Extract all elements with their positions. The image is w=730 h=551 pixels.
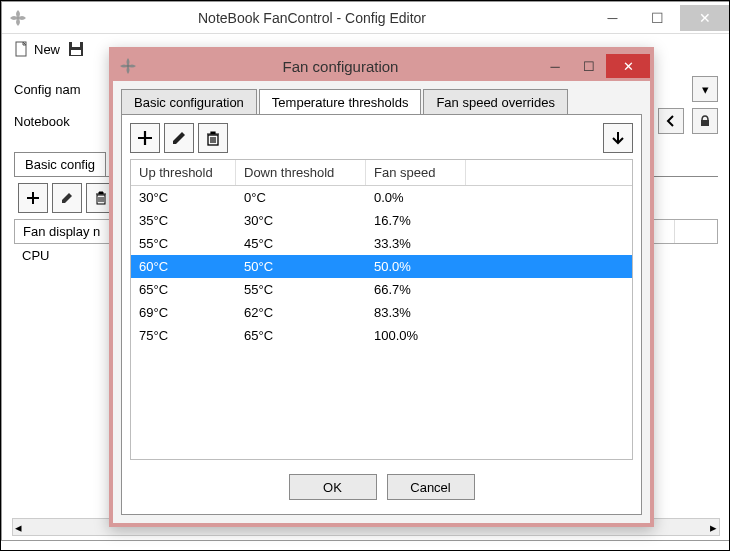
dialog-close-button[interactable]: ✕ bbox=[606, 54, 650, 78]
cell-up: 35°C bbox=[131, 209, 236, 232]
svg-rect-3 bbox=[72, 42, 80, 47]
cell-speed: 50.0% bbox=[366, 255, 466, 278]
cell-speed: 0.0% bbox=[366, 186, 466, 209]
cell-down: 0°C bbox=[236, 186, 366, 209]
cell-up: 30°C bbox=[131, 186, 236, 209]
pencil-icon bbox=[170, 129, 188, 147]
cell-speed: 100.0% bbox=[366, 324, 466, 347]
thresholds-table: Up threshold Down threshold Fan speed 30… bbox=[130, 159, 633, 460]
config-name-label: Config nam bbox=[14, 82, 104, 97]
table-row[interactable]: 30°C0°C0.0% bbox=[131, 186, 632, 209]
cell-up: 75°C bbox=[131, 324, 236, 347]
cancel-button[interactable]: Cancel bbox=[387, 474, 475, 500]
table-row[interactable]: 60°C50°C50.0% bbox=[131, 255, 632, 278]
tab-basic-configuration[interactable]: Basic configuration bbox=[121, 89, 257, 115]
table-row[interactable]: 69°C62°C83.3% bbox=[131, 301, 632, 324]
add-threshold-button[interactable] bbox=[130, 123, 160, 153]
cell-speed: 83.3% bbox=[366, 301, 466, 324]
cell-up: 60°C bbox=[131, 255, 236, 278]
table-header: Up threshold Down threshold Fan speed bbox=[131, 160, 632, 186]
edit-threshold-button[interactable] bbox=[164, 123, 194, 153]
svg-rect-4 bbox=[71, 50, 81, 55]
table-row[interactable]: 35°C30°C16.7% bbox=[131, 209, 632, 232]
main-maximize-button[interactable]: ☐ bbox=[635, 5, 680, 31]
delete-threshold-button[interactable] bbox=[198, 123, 228, 153]
table-row[interactable]: 55°C45°C33.3% bbox=[131, 232, 632, 255]
new-label: New bbox=[34, 42, 60, 57]
cell-up: 55°C bbox=[131, 232, 236, 255]
dialog-maximize-button[interactable]: ☐ bbox=[572, 54, 606, 78]
dialog-title: Fan configuration bbox=[143, 58, 538, 75]
scroll-right-icon: ▸ bbox=[710, 520, 717, 535]
header-up-threshold: Up threshold bbox=[131, 160, 236, 185]
move-down-button[interactable] bbox=[603, 123, 633, 153]
cell-up: 69°C bbox=[131, 301, 236, 324]
trash-icon bbox=[93, 190, 109, 206]
scroll-left-icon: ◂ bbox=[15, 520, 22, 535]
cell-down: 45°C bbox=[236, 232, 366, 255]
fan-config-dialog: Fan configuration ─ ☐ ✕ Basic configurat… bbox=[109, 47, 654, 527]
dialog-titlebar: Fan configuration ─ ☐ ✕ bbox=[113, 51, 650, 81]
svg-rect-5 bbox=[701, 120, 709, 126]
lock-icon bbox=[698, 114, 712, 128]
notebook-label: Notebook bbox=[14, 114, 104, 129]
bg-edit-button[interactable] bbox=[52, 183, 82, 213]
main-window-title: NoteBook FanControl - Config Editor bbox=[34, 10, 590, 26]
table-row[interactable]: 75°C65°C100.0% bbox=[131, 324, 632, 347]
new-file-icon bbox=[14, 41, 30, 57]
header-down-threshold: Down threshold bbox=[236, 160, 366, 185]
dropdown-button[interactable]: ▾ bbox=[692, 76, 718, 102]
lock-button[interactable] bbox=[692, 108, 718, 134]
main-close-button[interactable]: ✕ bbox=[680, 5, 730, 31]
save-icon bbox=[68, 41, 84, 57]
save-button[interactable] bbox=[68, 41, 84, 57]
dialog-tabs: Basic configuration Temperature threshol… bbox=[121, 89, 642, 115]
app-icon bbox=[8, 8, 28, 28]
cell-down: 55°C bbox=[236, 278, 366, 301]
cell-down: 62°C bbox=[236, 301, 366, 324]
trash-icon bbox=[204, 129, 222, 147]
table-row[interactable]: 65°C55°C66.7% bbox=[131, 278, 632, 301]
new-button[interactable]: New bbox=[10, 39, 64, 59]
main-titlebar: NoteBook FanControl - Config Editor ─ ☐ … bbox=[2, 2, 730, 34]
cell-speed: 66.7% bbox=[366, 278, 466, 301]
arrow-down-icon bbox=[609, 129, 627, 147]
cell-speed: 16.7% bbox=[366, 209, 466, 232]
pencil-icon bbox=[59, 190, 75, 206]
bg-tab-basic[interactable]: Basic config bbox=[14, 152, 106, 176]
main-minimize-button[interactable]: ─ bbox=[590, 5, 635, 31]
arrow-left-icon bbox=[664, 114, 678, 128]
tab-fan-speed-overrides[interactable]: Fan speed overrides bbox=[423, 89, 568, 115]
dialog-app-icon bbox=[119, 57, 137, 75]
ok-button[interactable]: OK bbox=[289, 474, 377, 500]
bg-add-button[interactable] bbox=[18, 183, 48, 213]
plus-icon bbox=[136, 129, 154, 147]
cell-down: 50°C bbox=[236, 255, 366, 278]
cell-speed: 33.3% bbox=[366, 232, 466, 255]
cell-down: 30°C bbox=[236, 209, 366, 232]
arrow-left-button[interactable] bbox=[658, 108, 684, 134]
cell-down: 65°C bbox=[236, 324, 366, 347]
tab-temperature-thresholds[interactable]: Temperature thresholds bbox=[259, 89, 422, 115]
dialog-minimize-button[interactable]: ─ bbox=[538, 54, 572, 78]
header-fan-speed: Fan speed bbox=[366, 160, 466, 185]
plus-icon bbox=[25, 190, 41, 206]
cell-up: 65°C bbox=[131, 278, 236, 301]
